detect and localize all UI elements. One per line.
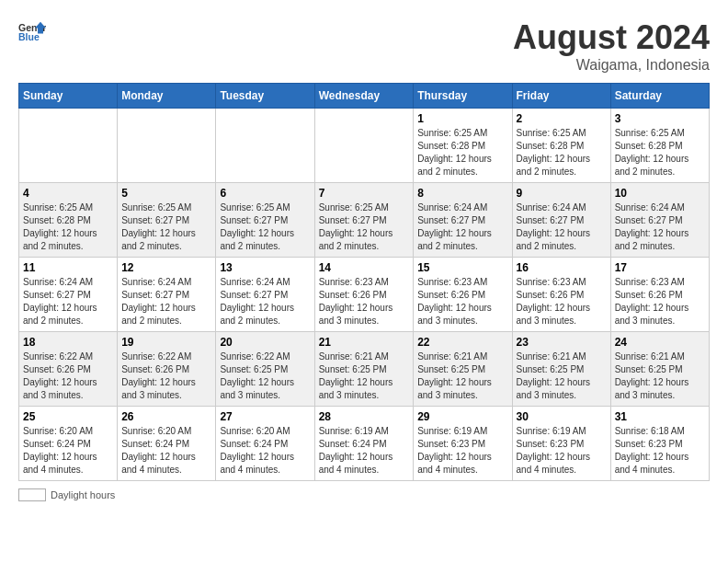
day-info: Sunrise: 6:25 AMSunset: 6:28 PMDaylight:…	[517, 127, 607, 178]
day-number: 10	[615, 187, 705, 200]
calendar-cell: 28Sunrise: 6:19 AMSunset: 6:24 PMDayligh…	[314, 407, 414, 481]
day-number: 2	[517, 112, 607, 125]
calendar-cell: 12Sunrise: 6:24 AMSunset: 6:27 PMDayligh…	[118, 258, 216, 332]
calendar-cell	[118, 109, 216, 183]
day-info: Sunrise: 6:23 AMSunset: 6:26 PMDaylight:…	[615, 276, 705, 327]
calendar-cell: 3Sunrise: 6:25 AMSunset: 6:28 PMDaylight…	[610, 109, 709, 183]
day-info: Sunrise: 6:23 AMSunset: 6:26 PMDaylight:…	[417, 276, 507, 327]
day-info: Sunrise: 6:22 AMSunset: 6:25 PMDaylight:…	[220, 350, 310, 402]
day-info: Sunrise: 6:19 AMSunset: 6:23 PMDaylight:…	[417, 425, 507, 477]
day-number: 18	[23, 336, 113, 349]
day-number: 25	[23, 410, 113, 423]
calendar-cell: 14Sunrise: 6:23 AMSunset: 6:26 PMDayligh…	[314, 258, 414, 332]
day-info: Sunrise: 6:22 AMSunset: 6:26 PMDaylight:…	[121, 350, 211, 402]
day-info: Sunrise: 6:24 AMSunset: 6:27 PMDaylight:…	[517, 201, 607, 253]
header-day-sunday: Sunday	[19, 84, 118, 109]
day-number: 21	[319, 336, 410, 349]
calendar-week-row: 4Sunrise: 6:25 AMSunset: 6:28 PMDaylight…	[19, 183, 710, 258]
day-info: Sunrise: 6:20 AMSunset: 6:24 PMDaylight:…	[121, 425, 211, 477]
calendar-cell: 15Sunrise: 6:23 AMSunset: 6:26 PMDayligh…	[414, 258, 512, 332]
header-day-saturday: Saturday	[610, 84, 709, 109]
calendar-week-row: 11Sunrise: 6:24 AMSunset: 6:27 PMDayligh…	[19, 258, 710, 332]
calendar-footer: Daylight hours	[18, 488, 710, 501]
calendar-cell: 31Sunrise: 6:18 AMSunset: 6:23 PMDayligh…	[610, 407, 709, 481]
calendar-week-row: 25Sunrise: 6:20 AMSunset: 6:24 PMDayligh…	[19, 407, 710, 481]
day-info: Sunrise: 6:23 AMSunset: 6:26 PMDaylight:…	[319, 276, 410, 327]
calendar-cell: 5Sunrise: 6:25 AMSunset: 6:27 PMDaylight…	[118, 183, 216, 258]
day-number: 20	[220, 336, 310, 349]
header-day-wednesday: Wednesday	[314, 84, 414, 109]
day-info: Sunrise: 6:25 AMSunset: 6:27 PMDaylight:…	[220, 201, 310, 253]
day-info: Sunrise: 6:24 AMSunset: 6:27 PMDaylight:…	[417, 201, 507, 253]
day-number: 31	[615, 410, 705, 423]
calendar-cell: 6Sunrise: 6:25 AMSunset: 6:27 PMDaylight…	[216, 183, 314, 258]
day-number: 24	[615, 336, 705, 349]
day-number: 17	[615, 261, 705, 274]
day-info: Sunrise: 6:25 AMSunset: 6:28 PMDaylight:…	[417, 127, 507, 178]
day-info: Sunrise: 6:21 AMSunset: 6:25 PMDaylight:…	[615, 350, 705, 402]
calendar-cell: 29Sunrise: 6:19 AMSunset: 6:23 PMDayligh…	[414, 407, 512, 481]
day-info: Sunrise: 6:21 AMSunset: 6:25 PMDaylight:…	[417, 350, 507, 402]
calendar-cell: 30Sunrise: 6:19 AMSunset: 6:23 PMDayligh…	[512, 407, 610, 481]
calendar-cell: 10Sunrise: 6:24 AMSunset: 6:27 PMDayligh…	[610, 183, 709, 258]
calendar-cell: 25Sunrise: 6:20 AMSunset: 6:24 PMDayligh…	[19, 407, 118, 481]
day-number: 8	[417, 187, 507, 200]
calendar-cell: 17Sunrise: 6:23 AMSunset: 6:26 PMDayligh…	[610, 258, 709, 332]
day-info: Sunrise: 6:19 AMSunset: 6:24 PMDaylight:…	[319, 425, 410, 477]
calendar-cell: 11Sunrise: 6:24 AMSunset: 6:27 PMDayligh…	[19, 258, 118, 332]
day-info: Sunrise: 6:19 AMSunset: 6:23 PMDaylight:…	[517, 425, 607, 477]
calendar-week-row: 1Sunrise: 6:25 AMSunset: 6:28 PMDaylight…	[19, 109, 710, 183]
logo: General Blue	[18, 18, 46, 46]
day-number: 29	[417, 410, 507, 423]
day-number: 26	[121, 410, 211, 423]
title-block: August 2024 Waigama, Indonesia	[513, 18, 710, 74]
calendar-cell: 2Sunrise: 6:25 AMSunset: 6:28 PMDaylight…	[512, 109, 610, 183]
calendar-week-row: 18Sunrise: 6:22 AMSunset: 6:26 PMDayligh…	[19, 332, 710, 407]
day-number: 16	[517, 261, 607, 274]
day-number: 19	[121, 336, 211, 349]
svg-text:Blue: Blue	[18, 31, 40, 42]
day-number: 5	[121, 187, 211, 200]
day-number: 9	[517, 187, 607, 200]
day-number: 22	[417, 336, 507, 349]
day-number: 15	[417, 261, 507, 274]
daylight-legend: Daylight hours	[18, 488, 115, 501]
calendar-cell	[314, 109, 414, 183]
calendar-cell: 13Sunrise: 6:24 AMSunset: 6:27 PMDayligh…	[216, 258, 314, 332]
calendar-cell: 21Sunrise: 6:21 AMSunset: 6:25 PMDayligh…	[314, 332, 414, 407]
calendar-cell: 27Sunrise: 6:20 AMSunset: 6:24 PMDayligh…	[216, 407, 314, 481]
calendar-cell: 18Sunrise: 6:22 AMSunset: 6:26 PMDayligh…	[19, 332, 118, 407]
calendar-cell: 16Sunrise: 6:23 AMSunset: 6:26 PMDayligh…	[512, 258, 610, 332]
logo-icon: General Blue	[18, 18, 46, 46]
month-year-title: August 2024	[513, 18, 710, 57]
day-info: Sunrise: 6:22 AMSunset: 6:26 PMDaylight:…	[23, 350, 113, 402]
day-info: Sunrise: 6:24 AMSunset: 6:27 PMDaylight:…	[121, 276, 211, 327]
calendar-cell: 20Sunrise: 6:22 AMSunset: 6:25 PMDayligh…	[216, 332, 314, 407]
day-number: 28	[319, 410, 410, 423]
day-number: 4	[23, 187, 113, 200]
calendar-cell: 9Sunrise: 6:24 AMSunset: 6:27 PMDaylight…	[512, 183, 610, 258]
day-number: 13	[220, 261, 310, 274]
day-info: Sunrise: 6:24 AMSunset: 6:27 PMDaylight:…	[23, 276, 113, 327]
day-number: 14	[319, 261, 410, 274]
day-number: 3	[615, 112, 705, 125]
day-number: 1	[417, 112, 507, 125]
header-day-monday: Monday	[118, 84, 216, 109]
calendar-cell: 7Sunrise: 6:25 AMSunset: 6:27 PMDaylight…	[314, 183, 414, 258]
calendar-cell: 22Sunrise: 6:21 AMSunset: 6:25 PMDayligh…	[414, 332, 512, 407]
calendar-cell: 19Sunrise: 6:22 AMSunset: 6:26 PMDayligh…	[118, 332, 216, 407]
calendar-cell: 24Sunrise: 6:21 AMSunset: 6:25 PMDayligh…	[610, 332, 709, 407]
day-info: Sunrise: 6:18 AMSunset: 6:23 PMDaylight:…	[615, 425, 705, 477]
day-number: 11	[23, 261, 113, 274]
day-number: 6	[220, 187, 310, 200]
calendar-cell: 8Sunrise: 6:24 AMSunset: 6:27 PMDaylight…	[414, 183, 512, 258]
day-info: Sunrise: 6:24 AMSunset: 6:27 PMDaylight:…	[615, 201, 705, 253]
calendar-cell: 23Sunrise: 6:21 AMSunset: 6:25 PMDayligh…	[512, 332, 610, 407]
day-info: Sunrise: 6:20 AMSunset: 6:24 PMDaylight:…	[220, 425, 310, 477]
day-number: 30	[517, 410, 607, 423]
calendar-cell: 26Sunrise: 6:20 AMSunset: 6:24 PMDayligh…	[118, 407, 216, 481]
calendar-table: SundayMondayTuesdayWednesdayThursdayFrid…	[18, 83, 710, 481]
header-day-friday: Friday	[512, 84, 610, 109]
daylight-label: Daylight hours	[51, 489, 115, 500]
day-number: 23	[517, 336, 607, 349]
